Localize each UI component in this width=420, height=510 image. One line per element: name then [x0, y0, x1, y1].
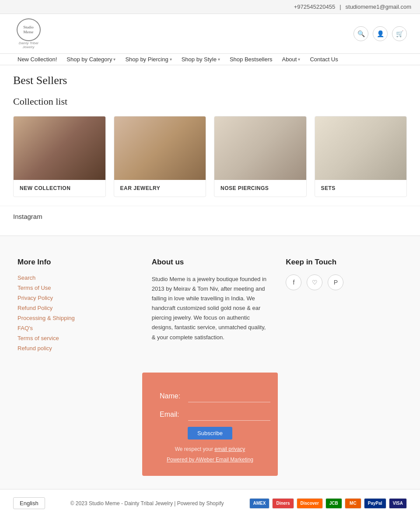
payment-icons: AMEXDinersDiscoverJCBMCPayPalVISA — [249, 498, 407, 509]
footer-link[interactable]: Refund policy — [18, 345, 134, 352]
payment-badge-visa: VISA — [389, 498, 407, 509]
collection-list-title: Collection list — [13, 96, 407, 107]
payment-badge-amex: AMEX — [249, 498, 270, 509]
payment-badge-discover: Discover — [297, 498, 323, 509]
language-button[interactable]: English — [13, 497, 45, 509]
instagram-section[interactable]: Instagram — [0, 206, 420, 227]
card-label: SETS — [315, 180, 407, 197]
card-image — [214, 116, 306, 180]
privacy-link[interactable]: email privacy — [214, 446, 245, 452]
nav-item-contact-us[interactable]: Contact Us — [305, 54, 342, 65]
collection-card[interactable]: SETS — [315, 116, 407, 197]
aweber-link[interactable]: Powered by AWeber Email Marketing — [160, 457, 260, 463]
copyright-text: © 2023 Studio Meme - Dainty Tribal Jewel… — [70, 500, 224, 506]
name-row: Name: — [160, 390, 260, 402]
about-text: Studio Meme is a jewelry boutique founde… — [152, 274, 269, 342]
name-input[interactable] — [188, 390, 270, 402]
nav-item-shop-by-style[interactable]: Shop by Style ▾ — [177, 54, 224, 65]
newsletter-wrapper: Name: Email: Subscribe We respect your e… — [18, 373, 402, 476]
collection-card[interactable]: NEW COLLECTION — [13, 116, 106, 197]
subscribe-wrapper: Subscribe — [160, 427, 260, 440]
payment-badge-paypal: PayPal — [364, 498, 386, 509]
nav-item-shop-by-category[interactable]: Shop by Category ▾ — [62, 54, 120, 65]
about-title: About us — [152, 258, 269, 267]
payment-badge-jcb: JCB — [326, 498, 342, 509]
nav-item-shop-bestsellers[interactable]: Shop Bestsellers — [225, 54, 277, 65]
footer-link[interactable]: Processing & Shipping — [18, 315, 134, 321]
footer-about: About us Studio Meme is a jewelry boutiq… — [152, 258, 269, 355]
card-label: NOSE PIERCINGS — [214, 180, 306, 197]
name-label: Name: — [160, 392, 184, 400]
card-label: EAR JEWELRY — [114, 180, 206, 197]
email-address[interactable]: studiomeme1@gmail.com — [346, 4, 411, 10]
email-row: Email: — [160, 408, 260, 421]
footer-keep-in-touch: Keep in Touch f ♡ P — [286, 258, 402, 355]
separator: | — [340, 4, 341, 10]
footer-links: SearchTerms of UsePrivacy PolicyRefund P… — [18, 274, 134, 352]
footer-grid: More Info SearchTerms of UsePrivacy Poli… — [18, 258, 402, 355]
card-image — [315, 116, 407, 180]
bottom-bar: English © 2023 Studio Meme - Dainty Trib… — [0, 489, 420, 510]
instagram-label[interactable]: Instagram — [13, 213, 42, 220]
payment-badge-diners: Diners — [272, 498, 294, 509]
logo-image: StudioMeme Dainty Tribal Jewelry — [13, 18, 44, 49]
footer-link[interactable]: FAQ's — [18, 325, 134, 331]
site-header: StudioMeme Dainty Tribal Jewelry 🔍 👤 🛒 — [0, 14, 420, 54]
payment-badge-mc: MC — [345, 498, 361, 509]
instagram-icon-btn[interactable]: ♡ — [307, 274, 322, 290]
email-input[interactable] — [188, 408, 270, 421]
logo-area[interactable]: StudioMeme Dainty Tribal Jewelry — [13, 18, 57, 49]
footer-more-info: More Info SearchTerms of UsePrivacy Poli… — [18, 258, 134, 355]
social-icons: f ♡ P — [286, 274, 402, 290]
best-sellers-title: Best Sellers — [13, 74, 407, 87]
nav-bar: New Collection!Shop by Category ▾Shop by… — [0, 54, 420, 65]
nav-item-shop-by-piercing[interactable]: Shop by Piercing ▾ — [121, 54, 176, 65]
collection-card[interactable]: NOSE PIERCINGS — [214, 116, 307, 197]
nav-item-about[interactable]: About ▾ — [277, 54, 304, 65]
collection-grid: NEW COLLECTIONEAR JEWELRYNOSE PIERCINGSS… — [13, 116, 407, 197]
newsletter-form: Name: Email: Subscribe We respect your e… — [142, 373, 278, 476]
logo-circle: StudioMeme — [17, 18, 41, 41]
privacy-text: We respect your email privacy — [160, 446, 260, 452]
top-bar: +972545220455 | studiomeme1@gmail.com — [0, 0, 420, 14]
card-image — [114, 116, 206, 180]
chevron-down-icon: ▾ — [298, 57, 300, 62]
chevron-down-icon: ▾ — [218, 57, 220, 62]
email-label: Email: — [160, 411, 184, 419]
footer-link[interactable]: Terms of Use — [18, 285, 134, 291]
site-footer: More Info SearchTerms of UsePrivacy Poli… — [0, 236, 420, 489]
header-icons: 🔍 👤 🛒 — [354, 26, 407, 41]
more-info-title: More Info — [18, 258, 134, 267]
nav-item-new-collection![interactable]: New Collection! — [13, 54, 61, 65]
subscribe-button[interactable]: Subscribe — [188, 427, 232, 440]
logo-tagline: Dainty Tribal Jewelry — [13, 41, 44, 49]
chevron-down-icon: ▾ — [113, 57, 116, 62]
main-content: Best Sellers Collection list NEW COLLECT… — [0, 65, 420, 206]
card-label: NEW COLLECTION — [14, 180, 105, 197]
footer-link[interactable]: Privacy Policy — [18, 295, 134, 301]
account-icon-btn[interactable]: 👤 — [373, 26, 388, 41]
phone-number[interactable]: +972545220455 — [294, 4, 335, 10]
chevron-down-icon: ▾ — [170, 57, 172, 62]
cart-icon-btn[interactable]: 🛒 — [392, 26, 407, 41]
footer-link[interactable]: Refund Policy — [18, 305, 134, 311]
keep-in-touch-title: Keep in Touch — [286, 258, 402, 267]
facebook-icon-btn[interactable]: f — [286, 274, 301, 290]
pinterest-icon-btn[interactable]: P — [328, 274, 343, 290]
footer-link[interactable]: Terms of service — [18, 335, 134, 341]
search-icon-btn[interactable]: 🔍 — [354, 26, 368, 41]
footer-link[interactable]: Search — [18, 274, 134, 281]
card-image — [14, 116, 105, 180]
collection-card[interactable]: EAR JEWELRY — [114, 116, 206, 197]
